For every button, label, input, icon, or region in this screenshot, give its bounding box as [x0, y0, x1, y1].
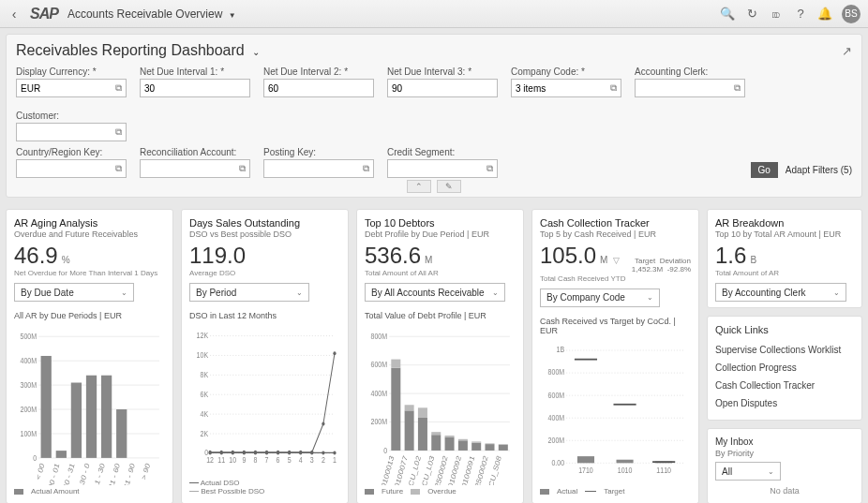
filter-field: Net Due Interval 2: *: [263, 67, 374, 97]
svg-rect-98: [431, 432, 441, 435]
svg-text:60 - 31: 60 - 31: [62, 462, 76, 485]
value-help-icon[interactable]: ⧉: [239, 163, 246, 174]
value-help-icon[interactable]: ⧉: [115, 82, 122, 94]
svg-rect-18: [86, 376, 97, 458]
inbox-no-data: No data: [715, 486, 854, 496]
inbox-priority-select[interactable]: All ⌄: [715, 462, 781, 481]
chevron-down-icon: ▼: [229, 11, 236, 20]
svg-text:500M: 500M: [21, 332, 37, 341]
filter-input[interactable]: [144, 164, 239, 174]
kpi-caption: Net Overdue for More Than Interval 1 Day…: [14, 269, 165, 277]
refresh-icon[interactable]: ↻: [744, 7, 759, 22]
chevron-down-icon: ⌄: [647, 293, 653, 302]
svg-rect-130: [617, 459, 634, 463]
app-title-dropdown[interactable]: Accounts Receivable Overview ▼: [67, 7, 720, 21]
svg-text:400M: 400M: [371, 389, 388, 398]
legend-swatch: [189, 482, 199, 483]
filter-input[interactable]: [21, 127, 115, 138]
svg-text:9: 9: [242, 455, 246, 465]
collapse-filterbar-icon[interactable]: ⌃: [407, 180, 431, 193]
back-button[interactable]: ‹: [7, 7, 21, 22]
legend-label: Actual DSO: [201, 479, 240, 487]
filter-field: Reconciliation Account:⧉: [140, 147, 250, 178]
filter-input-wrapper: ⧉: [387, 159, 498, 178]
trend-down-icon: ▽: [613, 256, 620, 265]
help-icon[interactable]: ?: [793, 7, 808, 22]
svg-text:6K: 6K: [201, 390, 209, 399]
filter-input[interactable]: [392, 164, 486, 174]
svg-text:1B: 1B: [557, 345, 565, 354]
go-button[interactable]: Go: [751, 162, 778, 178]
filter-input[interactable]: [268, 164, 363, 174]
svg-rect-12: [41, 356, 52, 458]
chevron-down-icon: ⌄: [252, 47, 260, 57]
app-title-label: Accounts Receivable Overview: [67, 7, 222, 21]
svg-text:61 - 90: 61 - 90: [123, 462, 137, 485]
filter-input[interactable]: [144, 83, 246, 94]
select-view[interactable]: By All Accounts Receivable ⌄: [365, 283, 505, 302]
side-column: AR Breakdown Top 10 by Total AR Amount |…: [707, 209, 862, 503]
svg-text:200M: 200M: [21, 405, 37, 414]
quick-link[interactable]: Cash Collection Tracker: [715, 377, 854, 394]
filter-input[interactable]: [21, 83, 115, 94]
svg-text:300M: 300M: [21, 380, 37, 390]
value-help-icon[interactable]: ⧉: [115, 163, 122, 174]
filter-input[interactable]: [392, 83, 493, 94]
filter-input[interactable]: [268, 83, 369, 94]
svg-text:2K: 2K: [201, 429, 209, 438]
quick-links-title: Quick Links: [715, 324, 854, 335]
search-icon[interactable]: 🔍: [720, 7, 735, 22]
filter-label: Reconciliation Account:: [140, 147, 250, 157]
value-help-icon[interactable]: ⧉: [363, 163, 369, 174]
bell-icon[interactable]: 🔔: [817, 7, 832, 22]
filter-bar: Receivables Reporting Dashboard ⌄ ↗ Disp…: [6, 34, 862, 198]
value-help-icon[interactable]: ⧉: [115, 126, 122, 138]
my-inbox-card: My Inbox By Priority All ⌄ No data: [707, 428, 862, 503]
legend-swatch: [585, 491, 596, 492]
svg-text:0: 0: [33, 453, 37, 463]
svg-text:4: 4: [299, 455, 303, 465]
svg-text:4K: 4K: [201, 409, 209, 419]
value-help-icon[interactable]: ⧉: [486, 163, 493, 174]
quick-link[interactable]: Open Disputes: [715, 394, 854, 412]
cards-container: AR Aging Analysis Overdue and Future Rec…: [0, 203, 868, 503]
chart-legend: Future Overdue: [365, 487, 516, 496]
svg-rect-110: [485, 443, 494, 444]
adapt-filters-link[interactable]: Adapt Filters (5): [786, 165, 852, 175]
select-label: By Accounting Clerk: [722, 288, 806, 298]
svg-rect-88: [391, 368, 400, 451]
filter-input[interactable]: [516, 83, 610, 94]
svg-rect-91: [405, 410, 414, 451]
kpi-unit: M: [600, 255, 607, 265]
shell-actions: 🔍 ↻ ⎄ ? 🔔 BS: [720, 5, 861, 23]
filter-field: Net Due Interval 1: *: [140, 67, 250, 97]
select-view[interactable]: By Due Date ⌄: [14, 283, 134, 302]
svg-rect-127: [577, 456, 594, 463]
select-view[interactable]: By Company Code ⌄: [540, 288, 660, 307]
filter-input[interactable]: [21, 164, 115, 174]
page-title-label: Receivables Reporting Dashboard: [16, 42, 245, 58]
filter-field: Customer:⧉: [16, 111, 127, 141]
svg-text:400M: 400M: [21, 356, 37, 365]
popout-icon[interactable]: ↗: [842, 44, 852, 58]
filter-input-wrapper: ⧉: [16, 123, 127, 141]
value-help-icon[interactable]: ⧉: [610, 82, 617, 94]
svg-rect-100: [445, 436, 455, 450]
filters-row-1: Display Currency: *⧉Net Due Interval 1: …: [16, 67, 852, 141]
quick-link[interactable]: Collection Progress: [715, 359, 854, 377]
chevron-down-icon: ⌄: [768, 467, 774, 476]
chart-legend: Actual DSO Best Possible DSO: [189, 479, 340, 496]
select-view[interactable]: By Period ⌄: [189, 283, 309, 302]
select-view[interactable]: By Accounting Clerk ⌄: [715, 283, 846, 302]
page-title-variant[interactable]: Receivables Reporting Dashboard ⌄: [16, 42, 260, 59]
avatar[interactable]: BS: [842, 5, 861, 23]
svg-text:11: 11: [217, 455, 225, 465]
debtors-chart: 0200M400M600M800M1010001310100077USCU_L0…: [365, 324, 516, 485]
pin-filterbar-icon[interactable]: ✎: [437, 180, 461, 193]
quick-link[interactable]: Supervise Collections Worklist: [715, 341, 854, 359]
value-help-icon[interactable]: ⧉: [734, 82, 741, 94]
shell-header: ‹ SAP Accounts Receivable Overview ▼ 🔍 ↻…: [0, 0, 868, 28]
svg-text:600M: 600M: [548, 391, 565, 400]
headset-icon[interactable]: ⎄: [769, 7, 784, 22]
filter-input[interactable]: [639, 83, 734, 94]
